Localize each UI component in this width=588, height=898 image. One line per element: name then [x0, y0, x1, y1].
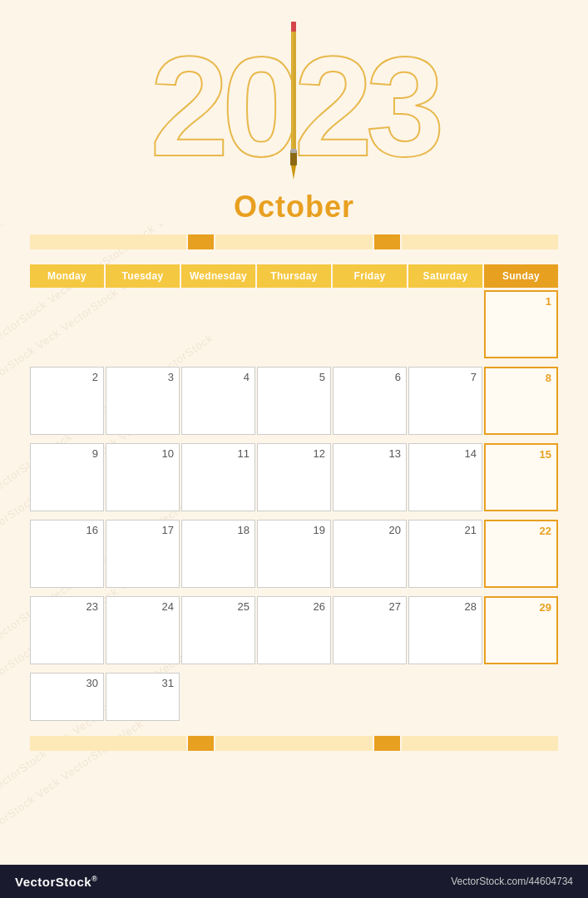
cell-oct-17: 17: [106, 520, 180, 588]
date-31: 31: [111, 677, 174, 689]
cell-last-empty-1: [181, 673, 255, 721]
footer-bar: VectorStock® VectorStock.com/44604734: [0, 865, 588, 898]
deco-bar-accent-2: [374, 234, 400, 249]
date-27: 27: [338, 600, 401, 613]
date-16: 16: [36, 524, 98, 536]
bottom-bar-3: [402, 736, 558, 751]
svg-marker-3: [291, 165, 296, 180]
cell-oct-21: 21: [408, 520, 482, 588]
calendar-section: Monday Tuesday Wednesday Thursday Friday…: [0, 249, 588, 729]
cell-oct-7: 7: [408, 367, 482, 435]
cell-oct-9: 9: [30, 443, 104, 511]
cell-oct-5: 5: [257, 367, 331, 435]
date-28: 28: [414, 600, 477, 613]
deco-bar-3: [402, 234, 558, 249]
cell-oct-11: 11: [181, 443, 255, 511]
cell-oct-22: 22: [484, 520, 558, 588]
header-monday: Monday: [30, 264, 104, 288]
footer-url: VectorStock.com/44604734: [451, 876, 573, 887]
deco-bar-1: [30, 234, 186, 249]
svg-rect-4: [290, 149, 296, 153]
bottom-bar-accent-2: [374, 736, 400, 751]
date-7: 7: [414, 371, 477, 383]
date-9: 9: [36, 447, 98, 460]
header-sunday: Sunday: [484, 264, 558, 288]
cell-oct-14: 14: [408, 443, 482, 511]
footer-logo-text: VectorStock: [15, 875, 91, 889]
cell-last-empty-5: [484, 673, 558, 721]
cell-oct-26: 26: [257, 596, 331, 664]
main-content: 2023 October Monday Tuesday Wednesday Th…: [0, 0, 588, 751]
deco-bars-bottom: [30, 736, 558, 751]
cell-oct-19: 19: [257, 520, 331, 588]
date-8: 8: [491, 372, 551, 384]
bottom-bar-accent-1: [188, 736, 214, 751]
date-12: 12: [263, 447, 325, 460]
calendar-grid-row5: 23 24 25 26 27 28 29: [30, 596, 558, 671]
date-2: 2: [36, 371, 98, 383]
cell-oct-29: 29: [484, 596, 558, 664]
pen-icon: [284, 22, 303, 196]
cell-oct-8: 8: [484, 367, 558, 435]
cell-oct-12: 12: [257, 443, 331, 511]
svg-rect-5: [291, 22, 296, 32]
footer-logo: VectorStock®: [15, 875, 97, 889]
header-thursday: Thursday: [257, 264, 331, 288]
date-19: 19: [263, 524, 325, 536]
cell-empty-3: [181, 290, 255, 358]
calendar-grid-row4: 16 17 18 19 20 21 22: [30, 520, 558, 595]
deco-bars-top: [30, 234, 558, 249]
deco-bar-accent-1: [188, 234, 214, 249]
cell-last-empty-3: [333, 673, 407, 721]
date-26: 26: [263, 600, 325, 613]
date-5: 5: [263, 371, 325, 383]
footer-registered: ®: [91, 875, 97, 883]
cell-oct-10: 10: [106, 443, 180, 511]
date-15: 15: [491, 448, 551, 461]
cell-oct-1: 1: [484, 290, 558, 358]
bottom-bar-1: [30, 736, 186, 751]
header-saturday: Saturday: [408, 264, 482, 288]
date-13: 13: [338, 447, 401, 460]
cell-empty-6: [408, 290, 482, 358]
cell-oct-30: 30: [30, 673, 104, 721]
header-friday: Friday: [333, 264, 407, 288]
date-1: 1: [491, 295, 551, 308]
cell-oct-20: 20: [333, 520, 407, 588]
cell-oct-13: 13: [333, 443, 407, 511]
calendar-grid-last-row: 30 31: [30, 673, 558, 721]
cell-empty-2: [106, 290, 180, 358]
cell-oct-25: 25: [181, 596, 255, 664]
date-6: 6: [338, 371, 401, 383]
cell-oct-16: 16: [30, 520, 104, 588]
cell-oct-15: 15: [484, 443, 558, 511]
cell-oct-18: 18: [181, 520, 255, 588]
date-17: 17: [111, 524, 174, 536]
date-29: 29: [491, 601, 551, 614]
date-20: 20: [338, 524, 401, 536]
day-headers: Monday Tuesday Wednesday Thursday Friday…: [30, 264, 558, 288]
cell-oct-3: 3: [106, 367, 180, 435]
cell-oct-24: 24: [106, 596, 180, 664]
date-30: 30: [36, 677, 98, 689]
date-21: 21: [414, 524, 477, 536]
svg-rect-1: [292, 22, 293, 159]
cell-empty-4: [257, 290, 331, 358]
header-wednesday: Wednesday: [181, 264, 255, 288]
date-23: 23: [36, 600, 98, 613]
calendar-grid-row3: 9 10 11 12 13 14 15: [30, 443, 558, 518]
date-3: 3: [111, 371, 174, 383]
bottom-bar-2: [215, 736, 372, 751]
date-22: 22: [491, 525, 551, 537]
year-display: 2023: [30, 15, 558, 198]
header-tuesday: Tuesday: [106, 264, 180, 288]
date-24: 24: [111, 600, 174, 613]
cell-oct-23: 23: [30, 596, 104, 664]
date-25: 25: [187, 600, 250, 613]
svg-rect-0: [291, 22, 296, 159]
date-14: 14: [414, 447, 477, 460]
cell-oct-4: 4: [181, 367, 255, 435]
cell-oct-28: 28: [408, 596, 482, 664]
cell-empty-5: [333, 290, 407, 358]
cell-oct-27: 27: [333, 596, 407, 664]
